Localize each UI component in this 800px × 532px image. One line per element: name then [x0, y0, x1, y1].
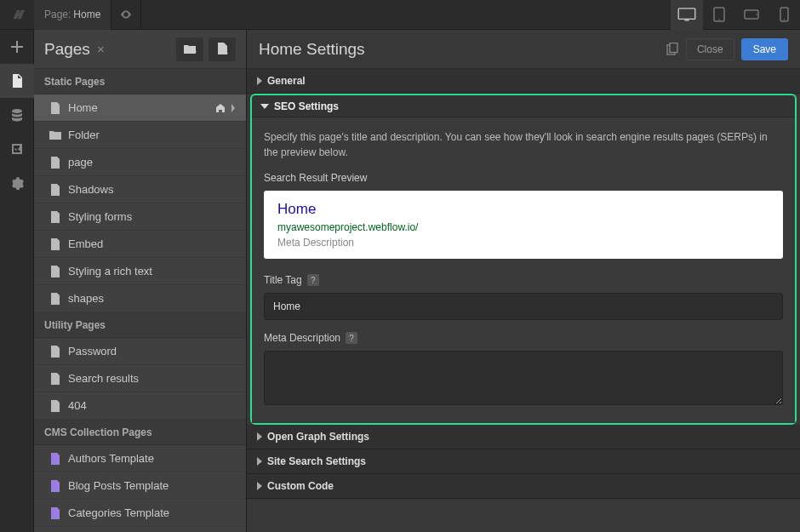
new-folder-button[interactable]: + [176, 37, 203, 61]
page-icon [49, 157, 61, 169]
help-icon[interactable]: ? [346, 332, 357, 344]
page-icon [49, 238, 61, 250]
seo-description: Specify this page's title and descriptio… [264, 129, 783, 160]
sidebar-item-label: Authors Template [68, 452, 154, 465]
page-indicator[interactable]: Page: Home [34, 0, 111, 30]
chevron-right-icon [257, 457, 262, 466]
page-icon [49, 373, 61, 385]
page-icon [49, 346, 61, 358]
svg-point-7 [783, 19, 785, 20]
cms-page-icon [49, 453, 61, 465]
sidebar-item-categories-template[interactable]: Categories Template [34, 500, 246, 527]
sidebar-item-label: Folder [68, 129, 100, 141]
help-icon[interactable]: ? [307, 274, 319, 286]
cms-page-icon [49, 507, 61, 519]
page-icon [49, 184, 61, 196]
svg-rect-0 [678, 9, 695, 19]
sidebar-item-404[interactable]: 404 [34, 392, 246, 420]
section-general[interactable]: General [247, 69, 800, 94]
svg-rect-1 [684, 20, 689, 20]
close-button[interactable]: Close [686, 38, 734, 60]
pages-panel-button[interactable] [0, 64, 34, 98]
meta-description-input[interactable] [264, 351, 783, 405]
page-indicator-label: Page: [44, 9, 71, 20]
sidebar-item-label: Styling forms [68, 210, 132, 223]
sidebar-item-label: 404 [68, 399, 87, 412]
sidebar-item-home[interactable]: Home [34, 94, 246, 122]
breakpoint-desktop[interactable] [671, 0, 703, 30]
section-open-graph[interactable]: Open Graph Settings [247, 425, 800, 449]
sidebar-close[interactable]: × [97, 42, 105, 56]
add-panel-button[interactable] [0, 30, 34, 64]
section-static-pages: Static Pages [34, 69, 246, 94]
svg-text:+: + [193, 48, 197, 55]
section-site-search[interactable]: Site Search Settings [247, 449, 800, 474]
webflow-logo[interactable] [0, 0, 34, 30]
sidebar-item-label: Password [68, 345, 117, 358]
section-seo[interactable]: SEO Settings [252, 95, 795, 117]
preview-toggle[interactable] [111, 0, 141, 30]
new-page-button[interactable]: + [209, 37, 236, 61]
page-title: Home Settings [259, 40, 365, 59]
chevron-right-icon [231, 104, 236, 112]
breakpoint-tablet[interactable] [703, 0, 735, 30]
svg-rect-11 [670, 43, 677, 53]
sidebar-item-label: page [68, 156, 93, 169]
section-label: Open Graph Settings [267, 431, 369, 443]
settings-panel-button[interactable] [0, 166, 34, 200]
breakpoint-phone[interactable] [768, 0, 800, 30]
save-button[interactable]: Save [741, 38, 788, 60]
page-icon [49, 293, 61, 305]
section-label: General [267, 75, 306, 87]
section-cms-pages: CMS Collection Pages [34, 420, 246, 445]
cms-panel-button[interactable] [0, 98, 34, 132]
chevron-right-icon [257, 432, 262, 441]
sidebar-item-blog-posts-template[interactable]: Blog Posts Template [34, 472, 246, 500]
sidebar-item-password[interactable]: Password [34, 338, 246, 365]
chevron-down-icon [260, 104, 269, 109]
serp-url: myawesomeproject.webflow.io/ [277, 221, 769, 233]
sidebar-item-shapes[interactable]: shapes [34, 285, 246, 312]
sidebar-item-label: Embed [68, 237, 103, 250]
section-custom-code[interactable]: Custom Code [247, 474, 800, 499]
page-icon [49, 211, 61, 223]
section-label: Custom Code [267, 480, 334, 492]
folder-icon [49, 129, 61, 141]
title-tag-input[interactable] [264, 293, 783, 320]
title-tag-label: Title Tag [264, 274, 302, 286]
assets-panel-button[interactable] [0, 132, 34, 166]
chevron-right-icon [257, 77, 262, 85]
sidebar-item-authors-template[interactable]: Authors Template [34, 445, 246, 472]
sidebar-item-folder[interactable]: Folder [34, 122, 246, 149]
home-icon [215, 103, 226, 113]
svg-text:+: + [225, 49, 228, 56]
sidebar-item-label: shapes [68, 292, 104, 305]
sidebar-item-label: Blog Posts Template [68, 479, 169, 492]
sidebar-title: Pages [44, 40, 90, 59]
section-label: SEO Settings [274, 100, 339, 112]
sidebar-item-page[interactable]: page [34, 149, 246, 176]
page-icon [49, 400, 61, 412]
sidebar-item-search-results[interactable]: Search results [34, 365, 246, 392]
duplicate-page-icon[interactable] [666, 43, 679, 55]
sidebar-item-styling-rich-text[interactable]: Styling a rich text [34, 258, 246, 285]
serp-meta: Meta Description [277, 237, 769, 249]
chevron-right-icon [257, 482, 262, 490]
page-icon [49, 266, 61, 277]
section-label: Site Search Settings [267, 455, 366, 467]
sidebar-item-label: Home [68, 101, 98, 114]
serp-preview-label: Search Result Preview [264, 172, 783, 184]
sidebar-item-label: Categories Template [68, 506, 169, 519]
meta-description-label: Meta Description [264, 332, 340, 344]
svg-point-3 [718, 19, 720, 20]
sidebar-item-label: Shadows [68, 183, 113, 196]
svg-point-5 [756, 14, 757, 15]
breakpoint-phone-landscape[interactable] [735, 0, 768, 30]
sidebar-item-label: Styling a rich text [68, 265, 152, 277]
serp-preview: Home myawesomeproject.webflow.io/ Meta D… [264, 191, 783, 259]
section-utility-pages: Utility Pages [34, 312, 246, 338]
sidebar-item-embed[interactable]: Embed [34, 231, 246, 258]
sidebar-item-styling-forms[interactable]: Styling forms [34, 203, 246, 231]
cms-page-icon [49, 480, 61, 492]
sidebar-item-shadows[interactable]: Shadows [34, 176, 246, 203]
